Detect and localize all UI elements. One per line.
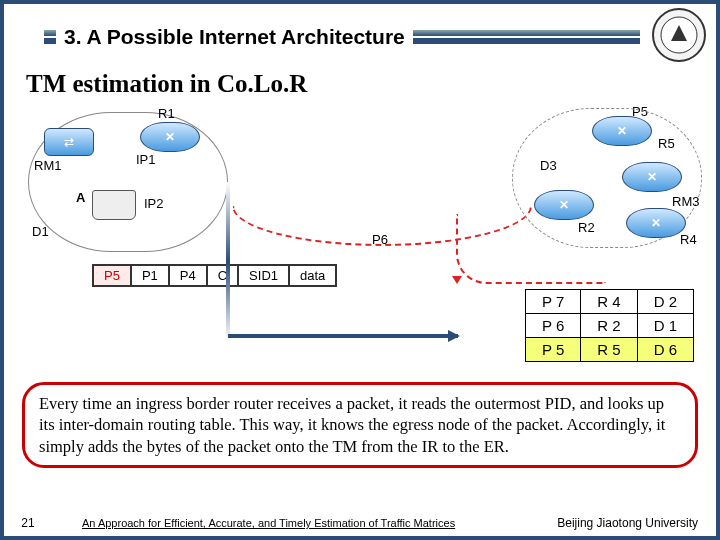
table-row-highlighted: P 5R 5D 6 bbox=[526, 338, 694, 362]
footer: 21 An Approach for Efficient, Accurate, … bbox=[4, 516, 716, 530]
router-r5-icon bbox=[592, 116, 652, 146]
page-number: 21 bbox=[4, 516, 52, 530]
arrow-right-icon bbox=[228, 334, 458, 338]
routing-table: P 7R 4D 2 P 6R 2D 1 P 5R 5D 6 bbox=[525, 289, 694, 362]
footer-affiliation: Beijing Jiaotong University bbox=[557, 516, 716, 530]
packet-field: SID1 bbox=[237, 264, 288, 287]
label-r5: R5 bbox=[658, 136, 675, 151]
packet-structure: P5 P1 P4 C SID1 data bbox=[92, 264, 337, 287]
explanation-callout: Every time an ingress border router rece… bbox=[22, 382, 698, 468]
label-ip1: IP1 bbox=[136, 152, 156, 167]
rule-right bbox=[413, 30, 640, 44]
label-a: A bbox=[76, 190, 85, 205]
rule-left bbox=[44, 30, 56, 44]
label-r1: R1 bbox=[158, 106, 175, 121]
packet-field: data bbox=[288, 264, 337, 287]
label-p6: P6 bbox=[372, 232, 388, 247]
slide: 3. A Possible Internet Architecture TM e… bbox=[0, 0, 720, 540]
packet-field: P5 bbox=[92, 264, 130, 287]
dashed-pointer-icon bbox=[456, 214, 606, 284]
router-r4-icon bbox=[626, 208, 686, 238]
packet-field: C bbox=[206, 264, 237, 287]
slide-subtitle: TM estimation in Co.Lo.R bbox=[4, 64, 716, 100]
label-r4: R4 bbox=[680, 232, 697, 247]
connector-vertical bbox=[226, 182, 230, 342]
section-title: 3. A Possible Internet Architecture bbox=[64, 25, 405, 49]
header-row: 3. A Possible Internet Architecture bbox=[4, 4, 716, 64]
table-row: P 6R 2D 1 bbox=[526, 314, 694, 338]
university-logo-icon bbox=[652, 8, 706, 62]
label-ip2: IP2 bbox=[144, 196, 164, 211]
footer-title: An Approach for Efficient, Accurate, and… bbox=[52, 517, 557, 529]
router-r1-icon bbox=[140, 122, 200, 152]
packet-field: P1 bbox=[130, 264, 168, 287]
laptop-a-icon bbox=[92, 190, 136, 220]
switch-rm1-icon bbox=[44, 128, 94, 156]
label-d1: D1 bbox=[32, 224, 49, 239]
router-r3-icon bbox=[622, 162, 682, 192]
label-rm1: RM1 bbox=[34, 158, 61, 173]
label-rm3: RM3 bbox=[672, 194, 699, 209]
table-row: P 7R 4D 2 bbox=[526, 290, 694, 314]
label-d3: D3 bbox=[540, 158, 557, 173]
packet-field: P4 bbox=[168, 264, 206, 287]
